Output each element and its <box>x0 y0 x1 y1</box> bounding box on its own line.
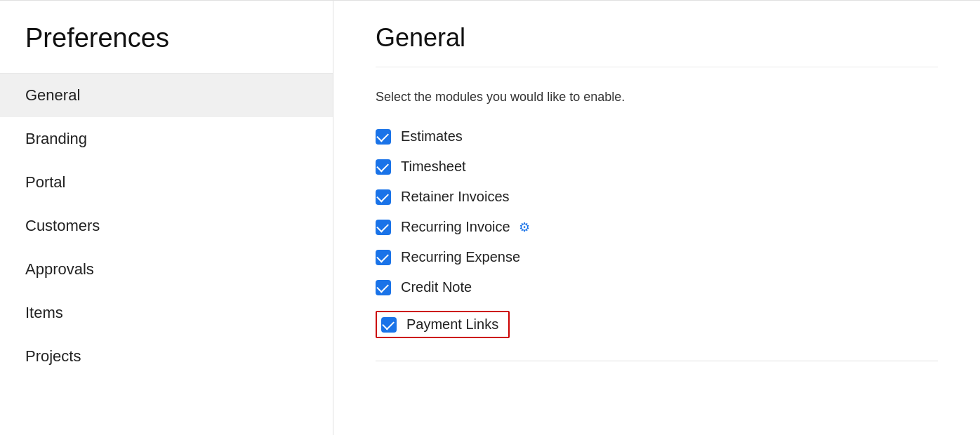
preferences-title: Preferences <box>0 1 333 74</box>
payment-links-highlight-box: Payment Links <box>376 311 510 338</box>
module-label-recurring-expense: Recurring Expense <box>401 249 520 265</box>
checkbox-estimates[interactable] <box>376 129 391 145</box>
checkbox-recurring-invoice[interactable] <box>376 220 391 235</box>
module-item-recurring-invoice: Recurring Invoice ⚙ <box>376 212 938 242</box>
sidebar-item-projects[interactable]: Projects <box>0 335 333 378</box>
sidebar-item-customers[interactable]: Customers <box>0 204 333 248</box>
module-item-timesheet: Timesheet <box>376 152 938 182</box>
checkbox-payment-links[interactable] <box>381 317 397 333</box>
module-item-credit-note: Credit Note <box>376 272 938 302</box>
main-content: General Select the modules you would lik… <box>333 1 980 435</box>
gear-icon[interactable]: ⚙ <box>519 220 530 235</box>
content-title: General <box>376 23 938 67</box>
module-label-credit-note: Credit Note <box>401 279 472 295</box>
module-label-estimates: Estimates <box>401 128 463 145</box>
sidebar-item-items[interactable]: Items <box>0 291 333 335</box>
sidebar-item-approvals[interactable]: Approvals <box>0 248 333 291</box>
module-item-recurring-expense: Recurring Expense <box>376 242 938 272</box>
module-label-retainer-invoices: Retainer Invoices <box>401 189 510 205</box>
checkbox-credit-note[interactable] <box>376 280 391 295</box>
module-item-estimates: Estimates <box>376 121 938 152</box>
module-item-payment-links: Payment Links <box>376 302 938 347</box>
module-list: Estimates Timesheet Retainer Invoices Re… <box>376 121 938 347</box>
sidebar-item-portal[interactable]: Portal <box>0 161 333 204</box>
module-label-recurring-invoice: Recurring Invoice <box>401 219 510 235</box>
sidebar-item-general[interactable]: General <box>0 74 333 117</box>
sidebar-nav: General Branding Portal Customers Approv… <box>0 74 333 378</box>
module-label-payment-links: Payment Links <box>406 316 498 333</box>
module-label-timesheet: Timesheet <box>401 159 466 175</box>
bottom-divider <box>376 361 938 361</box>
checkbox-timesheet[interactable] <box>376 159 391 175</box>
sidebar-item-branding[interactable]: Branding <box>0 117 333 161</box>
module-item-retainer-invoices: Retainer Invoices <box>376 182 938 212</box>
modules-description: Select the modules you would like to ena… <box>376 90 938 105</box>
checkbox-retainer-invoices[interactable] <box>376 189 391 205</box>
sidebar: Preferences General Branding Portal Cust… <box>0 1 333 435</box>
checkbox-recurring-expense[interactable] <box>376 250 391 265</box>
main-layout: Preferences General Branding Portal Cust… <box>0 1 980 435</box>
